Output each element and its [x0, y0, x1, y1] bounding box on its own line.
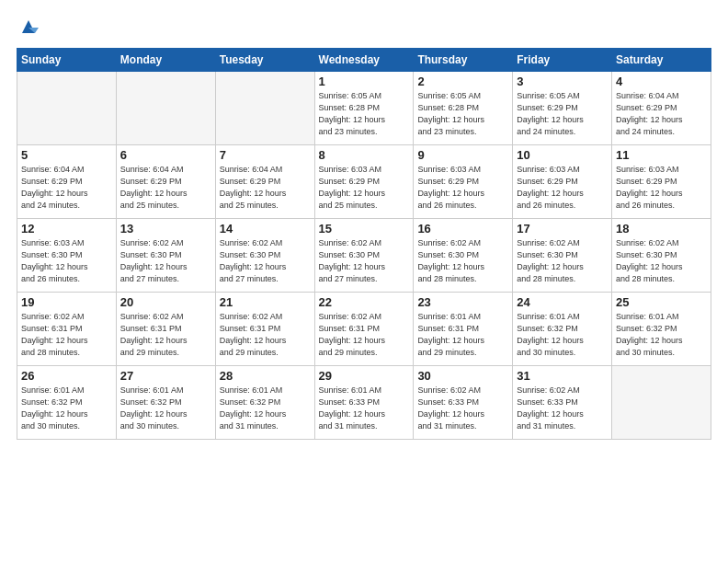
day-number: 14: [220, 222, 311, 236]
day-info: Sunrise: 6:04 AM Sunset: 6:29 PM Dayligh…: [21, 164, 112, 212]
calendar-cell: 3Sunrise: 6:05 AM Sunset: 6:29 PM Daylig…: [513, 72, 612, 145]
weekday-header: Saturday: [612, 49, 711, 72]
day-info: Sunrise: 6:02 AM Sunset: 6:31 PM Dayligh…: [319, 311, 410, 359]
day-number: 12: [21, 222, 112, 236]
calendar-cell: 13Sunrise: 6:02 AM Sunset: 6:30 PM Dayli…: [116, 219, 215, 293]
weekday-header: Monday: [116, 49, 215, 72]
day-number: 24: [517, 295, 608, 309]
calendar-cell: 25Sunrise: 6:01 AM Sunset: 6:32 PM Dayli…: [612, 293, 711, 366]
day-number: 15: [319, 222, 410, 236]
calendar-cell: 23Sunrise: 6:01 AM Sunset: 6:31 PM Dayli…: [414, 293, 513, 366]
calendar-week-row: 12Sunrise: 6:03 AM Sunset: 6:30 PM Dayli…: [17, 219, 711, 293]
calendar-cell: 16Sunrise: 6:02 AM Sunset: 6:30 PM Dayli…: [414, 219, 513, 293]
day-number: 2: [417, 75, 508, 88]
calendar-cell: [612, 366, 711, 440]
calendar-cell: 29Sunrise: 6:01 AM Sunset: 6:33 PM Dayli…: [314, 366, 414, 440]
day-info: Sunrise: 6:02 AM Sunset: 6:30 PM Dayligh…: [517, 237, 608, 285]
day-number: 1: [319, 75, 410, 88]
calendar-cell: 18Sunrise: 6:02 AM Sunset: 6:30 PM Dayli…: [612, 219, 711, 293]
calendar-cell: 26Sunrise: 6:01 AM Sunset: 6:32 PM Dayli…: [17, 366, 117, 440]
day-info: Sunrise: 6:01 AM Sunset: 6:32 PM Dayligh…: [120, 385, 211, 432]
weekday-header: Sunday: [17, 49, 117, 72]
day-number: 3: [517, 75, 608, 88]
weekday-header: Wednesday: [314, 49, 414, 72]
calendar: SundayMondayTuesdayWednesdayThursdayFrid…: [17, 48, 711, 440]
calendar-cell: 1Sunrise: 6:05 AM Sunset: 6:28 PM Daylig…: [314, 72, 414, 145]
day-number: 9: [417, 148, 508, 162]
day-info: Sunrise: 6:02 AM Sunset: 6:30 PM Dayligh…: [616, 237, 707, 285]
day-info: Sunrise: 6:05 AM Sunset: 6:28 PM Dayligh…: [417, 90, 508, 138]
day-info: Sunrise: 6:01 AM Sunset: 6:32 PM Dayligh…: [517, 311, 608, 359]
day-number: 11: [616, 148, 707, 162]
calendar-cell: 21Sunrise: 6:02 AM Sunset: 6:31 PM Dayli…: [215, 293, 314, 366]
calendar-week-row: 19Sunrise: 6:02 AM Sunset: 6:31 PM Dayli…: [17, 293, 711, 366]
day-number: 13: [120, 222, 211, 236]
day-info: Sunrise: 6:03 AM Sunset: 6:29 PM Dayligh…: [616, 164, 707, 212]
day-info: Sunrise: 6:02 AM Sunset: 6:31 PM Dayligh…: [21, 311, 112, 359]
weekday-header-row: SundayMondayTuesdayWednesdayThursdayFrid…: [17, 49, 711, 72]
calendar-cell: 12Sunrise: 6:03 AM Sunset: 6:30 PM Dayli…: [17, 219, 117, 293]
day-number: 26: [21, 369, 112, 383]
day-number: 18: [616, 222, 707, 236]
day-number: 17: [517, 222, 608, 236]
logo: [17, 17, 39, 37]
calendar-cell: 31Sunrise: 6:02 AM Sunset: 6:33 PM Dayli…: [513, 366, 612, 440]
day-number: 6: [120, 148, 211, 162]
calendar-cell: 10Sunrise: 6:03 AM Sunset: 6:29 PM Dayli…: [513, 145, 612, 219]
day-info: Sunrise: 6:02 AM Sunset: 6:33 PM Dayligh…: [417, 385, 508, 432]
day-info: Sunrise: 6:04 AM Sunset: 6:29 PM Dayligh…: [120, 164, 211, 212]
day-number: 25: [616, 295, 707, 309]
calendar-cell: [215, 72, 314, 145]
day-number: 23: [417, 295, 508, 309]
day-number: 22: [319, 295, 410, 309]
calendar-cell: 17Sunrise: 6:02 AM Sunset: 6:30 PM Dayli…: [513, 219, 612, 293]
day-number: 10: [517, 148, 608, 162]
day-info: Sunrise: 6:02 AM Sunset: 6:30 PM Dayligh…: [220, 237, 311, 285]
calendar-cell: 30Sunrise: 6:02 AM Sunset: 6:33 PM Dayli…: [414, 366, 513, 440]
calendar-cell: 2Sunrise: 6:05 AM Sunset: 6:28 PM Daylig…: [414, 72, 513, 145]
day-info: Sunrise: 6:01 AM Sunset: 6:33 PM Dayligh…: [319, 385, 410, 432]
calendar-cell: 6Sunrise: 6:04 AM Sunset: 6:29 PM Daylig…: [116, 145, 215, 219]
day-number: 8: [319, 148, 410, 162]
calendar-cell: 11Sunrise: 6:03 AM Sunset: 6:29 PM Dayli…: [612, 145, 711, 219]
calendar-cell: 19Sunrise: 6:02 AM Sunset: 6:31 PM Dayli…: [17, 293, 117, 366]
day-number: 5: [21, 148, 112, 162]
header: [17, 17, 711, 37]
calendar-cell: 7Sunrise: 6:04 AM Sunset: 6:29 PM Daylig…: [215, 145, 314, 219]
day-info: Sunrise: 6:02 AM Sunset: 6:30 PM Dayligh…: [120, 237, 211, 285]
day-info: Sunrise: 6:02 AM Sunset: 6:31 PM Dayligh…: [120, 311, 211, 359]
calendar-week-row: 26Sunrise: 6:01 AM Sunset: 6:32 PM Dayli…: [17, 366, 711, 440]
day-number: 27: [120, 369, 211, 383]
day-info: Sunrise: 6:02 AM Sunset: 6:30 PM Dayligh…: [417, 237, 508, 285]
day-number: 31: [517, 369, 608, 383]
calendar-cell: 22Sunrise: 6:02 AM Sunset: 6:31 PM Dayli…: [314, 293, 414, 366]
calendar-cell: 15Sunrise: 6:02 AM Sunset: 6:30 PM Dayli…: [314, 219, 414, 293]
day-number: 29: [319, 369, 410, 383]
calendar-cell: [116, 72, 215, 145]
day-info: Sunrise: 6:02 AM Sunset: 6:33 PM Dayligh…: [517, 385, 608, 432]
day-info: Sunrise: 6:03 AM Sunset: 6:30 PM Dayligh…: [21, 237, 112, 285]
day-info: Sunrise: 6:05 AM Sunset: 6:28 PM Dayligh…: [319, 90, 410, 138]
day-number: 7: [220, 148, 311, 162]
day-number: 28: [220, 369, 311, 383]
day-number: 20: [120, 295, 211, 309]
weekday-header: Friday: [513, 49, 612, 72]
calendar-cell: 5Sunrise: 6:04 AM Sunset: 6:29 PM Daylig…: [17, 145, 117, 219]
day-info: Sunrise: 6:03 AM Sunset: 6:29 PM Dayligh…: [517, 164, 608, 212]
calendar-week-row: 5Sunrise: 6:04 AM Sunset: 6:29 PM Daylig…: [17, 145, 711, 219]
calendar-cell: 27Sunrise: 6:01 AM Sunset: 6:32 PM Dayli…: [116, 366, 215, 440]
day-info: Sunrise: 6:01 AM Sunset: 6:31 PM Dayligh…: [417, 311, 508, 359]
day-info: Sunrise: 6:01 AM Sunset: 6:32 PM Dayligh…: [21, 385, 112, 432]
weekday-header: Thursday: [414, 49, 513, 72]
day-info: Sunrise: 6:01 AM Sunset: 6:32 PM Dayligh…: [616, 311, 707, 359]
day-info: Sunrise: 6:02 AM Sunset: 6:31 PM Dayligh…: [220, 311, 311, 359]
day-info: Sunrise: 6:04 AM Sunset: 6:29 PM Dayligh…: [220, 164, 311, 212]
day-info: Sunrise: 6:03 AM Sunset: 6:29 PM Dayligh…: [319, 164, 410, 212]
day-number: 30: [417, 369, 508, 383]
day-info: Sunrise: 6:01 AM Sunset: 6:32 PM Dayligh…: [220, 385, 311, 432]
day-number: 4: [616, 75, 707, 88]
calendar-week-row: 1Sunrise: 6:05 AM Sunset: 6:28 PM Daylig…: [17, 72, 711, 145]
day-number: 16: [417, 222, 508, 236]
page: SundayMondayTuesdayWednesdayThursdayFrid…: [0, 0, 728, 563]
day-number: 19: [21, 295, 112, 309]
